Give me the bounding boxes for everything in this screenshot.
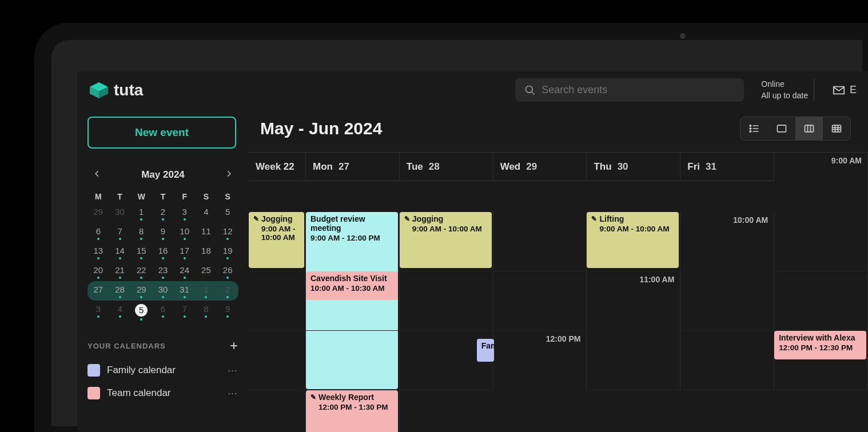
mini-cal-day[interactable]: 2 — [217, 281, 238, 301]
grid-cell[interactable] — [680, 271, 774, 331]
grid-cell[interactable] — [249, 331, 306, 390]
mini-cal-day[interactable]: 27 — [87, 281, 109, 301]
grid-cell[interactable]: ✎Jogging 9:00 AM - 10:00 AM — [249, 212, 306, 271]
mini-cal-day[interactable]: 29 — [130, 281, 152, 301]
laptop-camera — [680, 33, 686, 39]
calendar-item[interactable]: Team calendar ⋯ — [87, 387, 238, 399]
mini-cal-day[interactable]: 6 — [152, 301, 174, 323]
view-week-button[interactable] — [795, 117, 823, 140]
grid-cell[interactable] — [400, 271, 493, 331]
event-cavendish[interactable]: Cavendish Site Visit 10:00 AM - 10:30 AM — [306, 271, 398, 300]
mini-cal-day[interactable]: 20 — [87, 262, 109, 281]
mini-cal-day[interactable]: 18 — [196, 242, 217, 262]
mini-cal-day[interactable]: 11 — [196, 223, 217, 242]
grid-cell[interactable] — [249, 390, 306, 432]
mini-cal-day[interactable]: 8 — [130, 223, 152, 242]
calendar-more-button[interactable]: ⋯ — [228, 387, 238, 399]
grid-cell[interactable]: ✎Lifting 9:00 AM - 10:00 AM — [587, 212, 680, 271]
mini-cal-day[interactable]: 3 — [87, 301, 109, 323]
event-jogging-mon[interactable]: ✎Jogging 9:00 AM - 10:00 AM — [249, 212, 304, 268]
grid-cell[interactable] — [493, 271, 587, 331]
grid-cell[interactable] — [587, 331, 680, 390]
mini-cal-day[interactable]: 24 — [174, 262, 196, 281]
view-day-button[interactable] — [768, 117, 795, 140]
view-agenda-button[interactable] — [740, 117, 768, 140]
mini-cal-day[interactable]: 6 — [87, 223, 109, 242]
calendar-item[interactable]: Family calendar ⋯ — [87, 364, 238, 377]
event-family[interactable]: Famil — [477, 339, 494, 362]
add-calendar-button[interactable]: + — [230, 338, 238, 354]
grid-cell[interactable]: Budget review meeting 9:00 AM - 12:00 PM — [306, 212, 400, 271]
grid-cell[interactable] — [774, 271, 868, 331]
event-lifting[interactable]: ✎Lifting 9:00 AM - 10:00 AM — [587, 212, 679, 268]
mini-cal-day[interactable]: 5 — [130, 301, 152, 323]
view-month-button[interactable] — [823, 117, 850, 140]
grid-cell[interactable] — [306, 331, 400, 390]
mini-cal-day[interactable]: 15 — [130, 242, 152, 262]
grid-cell[interactable]: Famil — [400, 331, 493, 390]
event-jogging-wed[interactable]: ✎Jogging 9:00 AM - 10:00 AM — [400, 212, 492, 268]
mini-cal-title: May 2024 — [141, 169, 185, 181]
mini-cal-day[interactable]: 25 — [196, 262, 217, 281]
event-interview[interactable]: Interview with Alexa 12:00 PM - 12:30 PM — [774, 331, 866, 359]
mini-cal-day[interactable]: 12 — [217, 223, 238, 242]
mini-cal-day[interactable]: 5 — [217, 203, 238, 223]
mini-cal-day[interactable]: 9 — [217, 301, 238, 323]
mini-cal-day[interactable]: 30 — [109, 203, 131, 223]
mini-cal-day[interactable]: 9 — [152, 223, 174, 242]
status-sync: All up to date — [761, 90, 808, 102]
mini-cal-day[interactable]: 29 — [87, 203, 109, 223]
mini-cal-day[interactable]: 16 — [152, 242, 174, 262]
mini-cal-day[interactable]: 14 — [109, 242, 131, 262]
mini-cal-day[interactable]: 13 — [87, 242, 109, 262]
calendar-more-button[interactable]: ⋯ — [228, 365, 238, 377]
next-month-button[interactable] — [221, 166, 236, 184]
grid-cell[interactable] — [774, 212, 868, 271]
pencil-icon: ✎ — [253, 215, 259, 223]
grid-cell[interactable] — [249, 271, 306, 331]
mini-cal-day[interactable]: 22 — [130, 262, 152, 281]
mini-cal-day[interactable]: 2 — [152, 203, 174, 223]
grid-cell[interactable] — [680, 331, 774, 390]
mail-icon — [833, 84, 845, 97]
mini-cal-day[interactable]: 10 — [174, 223, 196, 242]
mini-cal-day[interactable]: 23 — [152, 262, 174, 281]
mini-cal-day[interactable]: 30 — [152, 281, 174, 301]
mini-cal-day[interactable]: 4 — [196, 203, 217, 223]
day-header[interactable]: Tue28 — [400, 153, 493, 181]
mini-cal-day[interactable]: 1 — [130, 203, 152, 223]
mini-cal-day[interactable]: 3 — [174, 203, 196, 223]
grid-cell[interactable]: Cavendish Site Visit 10:00 AM - 10:30 AM — [306, 271, 400, 331]
mini-cal-day[interactable]: 28 — [109, 281, 131, 301]
grid-cell[interactable]: ✎Jogging 9:00 AM - 10:00 AM — [400, 212, 493, 271]
mini-cal-day[interactable]: 4 — [109, 301, 131, 323]
day-header[interactable]: Wed29 — [493, 153, 587, 181]
mini-cal-day[interactable]: 1 — [196, 281, 217, 301]
mini-cal-day[interactable]: 19 — [217, 242, 238, 262]
event-weekly-report[interactable]: ✎Weekly Report 12:00 PM - 1:30 PM — [306, 390, 398, 432]
logo-text: tuta — [114, 81, 143, 99]
mini-cal-dow: S — [196, 190, 217, 203]
mini-cal-day[interactable]: 7 — [174, 301, 196, 323]
search-input[interactable] — [541, 84, 735, 96]
mini-cal-day[interactable]: 26 — [217, 262, 238, 281]
mini-calendar: May 2024 MTWTFSS293012345678910111213141… — [87, 166, 238, 323]
svg-point-5 — [750, 125, 751, 127]
new-event-button[interactable]: New event — [87, 117, 236, 149]
day-header[interactable]: Thu30 — [587, 153, 680, 181]
grid-cell[interactable]: Interview with Alexa 12:00 PM - 12:30 PM — [774, 331, 868, 390]
search-box[interactable] — [515, 78, 744, 102]
day-header[interactable]: Fri31 — [680, 153, 774, 181]
mini-cal-day[interactable]: 8 — [196, 301, 217, 323]
mini-cal-day[interactable]: 17 — [174, 242, 196, 262]
grid-cell[interactable]: ✎Weekly Report 12:00 PM - 1:30 PM — [306, 390, 400, 432]
mini-cal-day[interactable]: 21 — [109, 262, 131, 281]
day-header[interactable]: Mon27 — [306, 153, 400, 181]
logo-icon — [89, 81, 109, 99]
mini-cal-day[interactable]: 7 — [109, 223, 131, 242]
mini-cal-day[interactable]: 31 — [174, 281, 196, 301]
grid-cell[interactable] — [493, 212, 587, 271]
main-area: New event May 2024 MTWTFSS29301234567891… — [77, 109, 868, 432]
prev-month-button[interactable] — [90, 166, 105, 184]
mail-button[interactable]: E — [826, 84, 857, 97]
